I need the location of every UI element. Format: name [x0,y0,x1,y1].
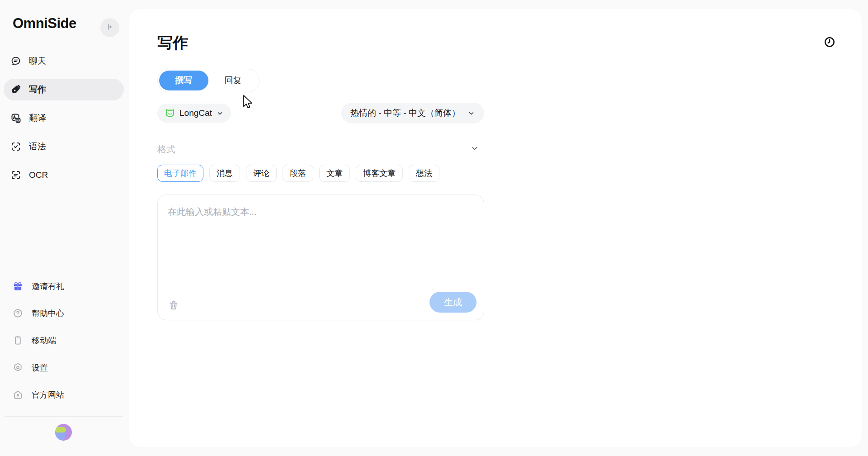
gift-icon [13,281,23,291]
sidebar-item-invite[interactable]: 邀请有礼 [4,276,124,297]
chevron-down-icon [467,109,475,117]
sidebar-item-chat[interactable]: 聊天 [4,50,124,72]
format-chip-email[interactable]: 电子邮件 [157,165,203,182]
ocr-icon [10,170,21,181]
model-select[interactable]: LongCat [157,104,231,123]
tab-reply[interactable]: 回复 [208,71,258,90]
sidebar-item-grammar[interactable]: 语法 [4,136,124,157]
sidebar-item-label: 语法 [29,141,46,152]
sidebar-item-label: 写作 [29,84,46,95]
website-icon [13,390,23,400]
sidebar-item-mobile[interactable]: 移动端 [4,330,124,351]
sidebar-item-label: 官方网站 [32,390,64,400]
format-chip-message[interactable]: 消息 [209,165,240,182]
sidebar-collapse-button[interactable] [100,18,119,37]
sidebar-item-ocr[interactable]: OCR [4,164,124,186]
tone-select[interactable]: 热情的 - 中等 - 中文（简体） [341,103,484,124]
settings-icon [13,362,23,373]
chevron-down-icon [216,109,224,117]
clear-button[interactable] [168,300,179,312]
longcat-icon [165,108,175,119]
format-chip-blogpost[interactable]: 博客文章 [356,165,403,182]
collapse-icon [106,23,114,33]
clock-icon [823,36,836,50]
content-divider [498,69,498,432]
help-icon [13,308,23,318]
format-chip-article[interactable]: 文章 [319,165,350,182]
format-section-label: 格式 [157,143,175,156]
sidebar-item-writing[interactable]: 写作 [4,79,124,100]
avatar-green-shape [55,427,66,432]
mobile-icon [13,335,23,346]
sidebar-nav: 聊天 写作 翻译 [4,50,124,186]
sidebar-item-label: 邀请有礼 [32,281,64,292]
main-panel: 写作 撰写 回复 LongCat [129,9,862,447]
sidebar-item-label: 设置 [32,362,48,373]
format-chip-row: 电子邮件 消息 评论 段落 文章 博客文章 想法 [157,165,439,182]
translate-icon [10,113,21,124]
format-collapse-button[interactable] [469,143,481,155]
mode-tab-group: 撰写 回复 [157,69,259,92]
history-button[interactable] [821,34,838,51]
trash-icon [168,300,179,312]
pen-icon [10,84,21,95]
sidebar: OmniSide 聊天 [0,0,128,456]
text-input[interactable] [158,195,484,285]
sidebar-item-label: 翻译 [29,112,46,124]
grammar-icon [10,141,21,152]
sidebar-footer: 邀请有礼 帮助中心 移动端 [4,276,124,405]
format-chip-comment[interactable]: 评论 [246,165,277,182]
selector-row: LongCat 热情的 - 中等 - 中文（简体） [157,102,484,124]
sidebar-item-label: 帮助中心 [32,308,64,319]
tab-compose[interactable]: 撰写 [159,71,208,90]
sidebar-item-translate[interactable]: 翻译 [4,107,124,129]
chat-icon [10,56,21,67]
sidebar-item-label: 聊天 [29,55,46,67]
sidebar-item-settings[interactable]: 设置 [4,357,124,378]
sidebar-item-website[interactable]: 官方网站 [4,384,124,405]
section-divider [157,132,492,132]
chevron-down-icon [470,144,479,154]
generate-button[interactable]: 生成 [429,292,476,313]
sidebar-divider [5,416,123,417]
tone-select-value: 热情的 - 中等 - 中文（简体） [350,107,460,119]
editor-card: 生成 [157,195,484,320]
app-logo: OmniSide [13,15,76,32]
format-chip-paragraph[interactable]: 段落 [283,165,313,182]
format-chip-idea[interactable]: 想法 [409,165,439,182]
sidebar-item-label: 移动端 [32,335,56,346]
sidebar-item-help[interactable]: 帮助中心 [4,303,124,324]
page-title: 写作 [157,33,188,53]
sidebar-item-label: OCR [29,170,48,180]
model-select-value: LongCat [179,108,212,118]
user-avatar[interactable] [55,424,72,441]
